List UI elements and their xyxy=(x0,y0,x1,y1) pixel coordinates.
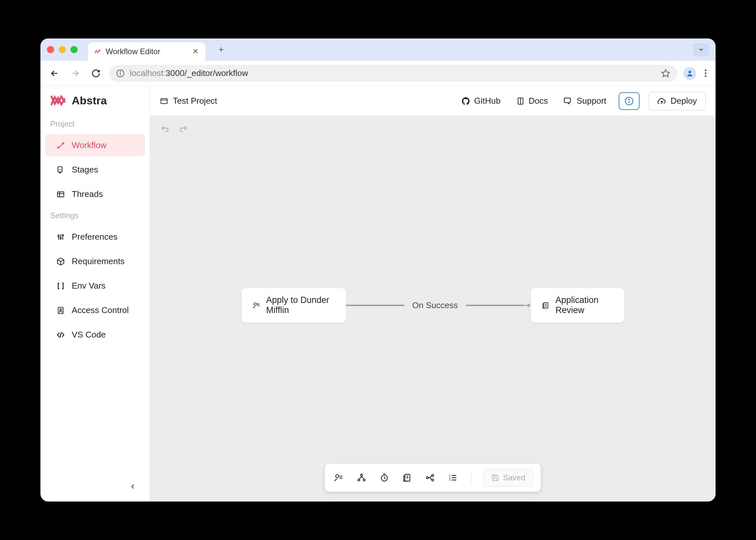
browser-window: Workflow Editor ✕ + lo xyxy=(41,39,715,501)
stages-icon: py xyxy=(56,166,65,174)
tool-schedule[interactable] xyxy=(378,471,391,484)
topbar: Test Project GitHub Docs Support xyxy=(150,86,715,116)
tool-hook[interactable] xyxy=(355,471,368,484)
window-icon xyxy=(160,97,168,105)
tool-form[interactable] xyxy=(332,471,345,484)
collapse-sidebar-button[interactable] xyxy=(126,479,140,494)
save-icon xyxy=(491,474,499,481)
docs-link[interactable]: Docs xyxy=(513,93,551,109)
browser-menu-button[interactable] xyxy=(702,67,709,79)
minimize-window-button[interactable] xyxy=(59,46,66,53)
tool-script[interactable] xyxy=(400,471,413,484)
sidebar-item-envvars[interactable]: Env Vars xyxy=(45,275,145,297)
sidebar-item-threads[interactable]: Threads xyxy=(45,183,145,205)
svg-rect-20 xyxy=(161,98,167,103)
toolbar-divider xyxy=(471,472,471,483)
brackets-icon xyxy=(56,282,65,290)
workflow-icon xyxy=(56,141,65,150)
code-icon xyxy=(56,331,65,339)
sidebar-item-label: Threads xyxy=(72,189,103,199)
logo[interactable]: Abstra xyxy=(41,94,150,115)
docs-icon xyxy=(516,97,525,105)
browser-chrome: Workflow Editor ✕ + lo xyxy=(41,39,715,86)
maximize-window-button[interactable] xyxy=(71,46,77,53)
bookmark-star-icon[interactable] xyxy=(661,69,670,78)
forward-button[interactable] xyxy=(68,66,83,81)
svg-rect-53 xyxy=(494,478,497,481)
edge-label: On Success xyxy=(404,300,466,311)
window-controls xyxy=(47,46,77,53)
workflow-node-review[interactable]: Application Review xyxy=(531,288,624,323)
tool-list[interactable]: 123 xyxy=(446,471,459,484)
topbar-link-label: Support xyxy=(577,96,606,106)
logo-icon xyxy=(50,94,66,107)
workflow-edge[interactable]: On Success xyxy=(346,300,530,311)
tab-bar: Workflow Editor ✕ + xyxy=(41,39,715,61)
svg-point-17 xyxy=(62,234,63,236)
sidebar-item-preferences[interactable]: Preferences xyxy=(45,226,145,248)
edge-line xyxy=(466,305,525,306)
workflow-canvas[interactable]: Apply to Dunder Mifflin On Success Appli… xyxy=(150,116,715,501)
workflow-node-form[interactable]: Apply to Dunder Mifflin xyxy=(242,288,346,323)
sidebar-item-access[interactable]: Access Control xyxy=(45,299,145,321)
deploy-button-label: Deploy xyxy=(671,96,697,106)
svg-point-37 xyxy=(358,479,360,481)
threads-icon xyxy=(56,190,65,199)
svg-point-33 xyxy=(336,475,339,478)
form-icon xyxy=(253,300,260,310)
sidebar-item-workflow[interactable]: Workflow xyxy=(45,134,145,156)
topbar-link-label: GitHub xyxy=(474,96,501,106)
chat-icon xyxy=(563,96,573,106)
github-link[interactable]: GitHub xyxy=(458,93,504,109)
sidebar-item-label: Preferences xyxy=(72,232,117,242)
address-bar-row: localhost:3000/_editor/workflow xyxy=(41,61,715,86)
svg-rect-52 xyxy=(494,475,496,476)
sidebar-item-label: VS Code xyxy=(72,330,106,340)
close-window-button[interactable] xyxy=(47,46,54,53)
svg-point-38 xyxy=(363,479,365,481)
site-info-icon[interactable] xyxy=(116,69,125,77)
bottom-toolbar: 123 Saved xyxy=(325,464,540,492)
cloud-upload-icon xyxy=(658,97,666,105)
browser-tab[interactable]: Workflow Editor ✕ xyxy=(88,42,206,61)
info-button[interactable] xyxy=(619,92,640,110)
back-button[interactable] xyxy=(47,66,62,81)
tab-close-button[interactable]: ✕ xyxy=(191,46,200,57)
sidebar-item-vscode[interactable]: VS Code xyxy=(45,324,145,346)
reload-button[interactable] xyxy=(89,66,103,80)
address-bar[interactable]: localhost:3000/_editor/workflow xyxy=(109,65,678,82)
tool-condition[interactable] xyxy=(423,471,436,484)
app: Abstra Project Workflow py Stages Thre xyxy=(41,86,715,501)
github-icon xyxy=(461,96,470,106)
svg-point-26 xyxy=(254,303,257,306)
svg-point-44 xyxy=(432,474,434,476)
svg-point-15 xyxy=(58,235,59,236)
svg-point-4 xyxy=(688,71,691,73)
sidebar-section-settings: Settings xyxy=(41,206,150,225)
tab-favicon-icon xyxy=(94,48,101,55)
deploy-button[interactable]: Deploy xyxy=(649,92,706,110)
sidebar-item-label: Requirements xyxy=(72,256,125,266)
sidebar-item-label: Workflow xyxy=(72,140,106,150)
project-name[interactable]: Test Project xyxy=(160,96,217,106)
workflow-row: Apply to Dunder Mifflin On Success Appli… xyxy=(242,288,624,323)
topbar-link-label: Docs xyxy=(529,96,548,106)
svg-marker-3 xyxy=(662,69,669,76)
redo-button[interactable] xyxy=(177,123,190,136)
main: Test Project GitHub Docs Support xyxy=(150,86,715,501)
saved-label: Saved xyxy=(503,473,525,482)
sidebar-item-stages[interactable]: py Stages xyxy=(45,159,145,181)
project-name-label: Test Project xyxy=(173,96,217,106)
tabs-dropdown-button[interactable] xyxy=(693,43,709,56)
support-link[interactable]: Support xyxy=(560,93,610,109)
svg-point-43 xyxy=(426,477,428,479)
new-tab-button[interactable]: + xyxy=(215,42,227,57)
undo-button[interactable] xyxy=(159,123,172,136)
profile-button[interactable] xyxy=(683,67,696,80)
tab-title: Workflow Editor xyxy=(106,47,187,56)
node-label: Apply to Dunder Mifflin xyxy=(266,295,335,315)
sidebar-item-requirements[interactable]: Requirements xyxy=(45,250,145,272)
svg-point-16 xyxy=(60,237,61,239)
sidebar-item-label: Env Vars xyxy=(72,281,106,291)
svg-point-45 xyxy=(432,479,434,481)
